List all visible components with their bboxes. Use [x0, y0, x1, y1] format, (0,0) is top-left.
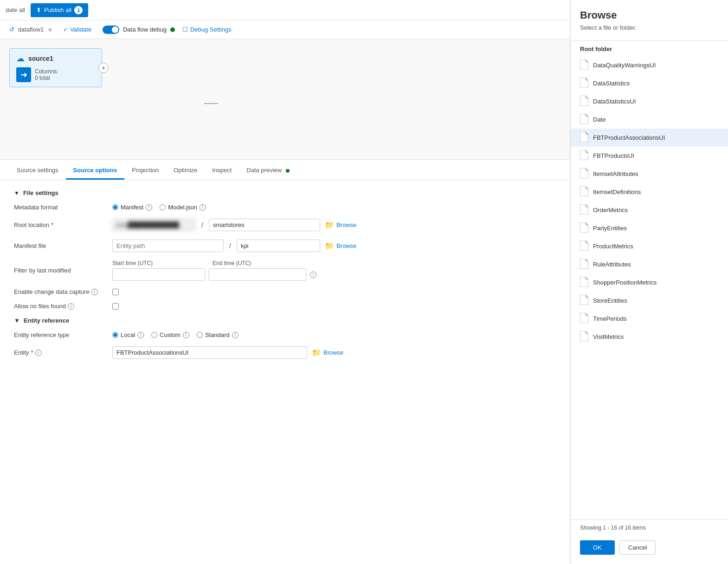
- browse-item[interactable]: TimePeriods: [571, 310, 728, 328]
- sub-toolbar: ↺ dataflow1 ✓ Validate Data flow debug ☐…: [0, 20, 570, 39]
- change-capture-info-icon[interactable]: i: [91, 289, 98, 295]
- standard-option[interactable]: Standard i: [197, 331, 238, 338]
- browse-item[interactable]: PartyEntities: [571, 219, 728, 237]
- browse-item-name: TimePeriods: [593, 315, 626, 322]
- entity-input[interactable]: [112, 346, 307, 359]
- tab-data-preview[interactable]: Data preview: [239, 162, 297, 180]
- filter-info-icon[interactable]: i: [310, 272, 316, 278]
- entity-required-indicator: *: [31, 349, 33, 356]
- browse-item[interactable]: StoreEntities: [571, 292, 728, 310]
- no-files-checkbox[interactable]: [112, 303, 119, 310]
- source-node-wrapper: ☁ source1 ➜ Columns: 0 total +: [9, 48, 102, 87]
- browse-panel-header: Browse Select a file or folder.: [571, 0, 728, 41]
- browse-folder-label: Root folder: [571, 41, 728, 56]
- change-capture-checkbox[interactable]: [112, 289, 119, 295]
- file-icon: [580, 277, 588, 288]
- browse-item[interactable]: ShopperPositionMetrics: [571, 273, 728, 292]
- local-option[interactable]: Local i: [112, 331, 144, 338]
- metadata-format-label: Metadata format: [14, 204, 107, 211]
- source-arrow-icon: ➜: [16, 67, 31, 82]
- debug-toggle[interactable]: Data flow debug: [103, 26, 175, 34]
- root-location-browse-button[interactable]: 📁 Browse: [324, 218, 357, 232]
- entity-info-icon[interactable]: i: [35, 350, 42, 356]
- entity-browse-button[interactable]: 📁 Browse: [311, 346, 344, 359]
- debug-label: Data flow debug: [123, 26, 167, 33]
- browse-item-name: FBTProductAssociationsUI: [593, 134, 665, 141]
- browse-cancel-button[interactable]: Cancel: [619, 540, 656, 555]
- browse-ok-button[interactable]: OK: [580, 540, 615, 555]
- browse-item[interactable]: RuleAttributes: [571, 255, 728, 273]
- browse-item[interactable]: VisitMetrics: [571, 328, 728, 346]
- root-location-input2[interactable]: [209, 219, 320, 231]
- browse-item-name: ItemsetAttributes: [593, 170, 638, 177]
- no-files-row: Allow no files found i: [14, 303, 556, 310]
- browse-item[interactable]: ItemsetAttributes: [571, 165, 728, 183]
- browse-item[interactable]: ProductMetrics: [571, 237, 728, 255]
- tab-source-options[interactable]: Source options: [66, 162, 125, 180]
- custom-radio[interactable]: [151, 332, 157, 338]
- entity-browse-folder-icon: 📁: [312, 348, 321, 357]
- manifest-file-controls: / 📁 Browse: [112, 239, 556, 253]
- start-time-label: Start time (UTC): [112, 260, 205, 266]
- file-settings-header: ▼ File settings: [14, 189, 556, 196]
- manifest-info-icon[interactable]: i: [146, 204, 152, 211]
- model-json-radio[interactable]: [160, 204, 166, 210]
- no-files-controls: [112, 303, 556, 310]
- publish-all-button[interactable]: ⬆ Publish all 1: [31, 3, 88, 17]
- change-capture-row: Enable change data capture i: [14, 288, 556, 295]
- publish-label: Publish all: [44, 6, 71, 13]
- root-location-input1[interactable]: [112, 219, 196, 231]
- add-node-button[interactable]: +: [98, 63, 109, 73]
- update-label: date all: [6, 6, 25, 13]
- file-icon: [580, 240, 588, 252]
- debug-toggle-switch[interactable]: [103, 26, 119, 34]
- browse-item[interactable]: OrderMetrics: [571, 201, 728, 219]
- source-body: ➜ Columns: 0 total: [16, 67, 95, 82]
- tab-optimize[interactable]: Optimize: [166, 162, 205, 180]
- entity-ref-type-label: Entity reference type: [14, 331, 107, 338]
- tab-inspect[interactable]: Inspect: [205, 162, 239, 180]
- cloud-icon: ☁: [16, 53, 25, 64]
- file-icon: [580, 59, 588, 71]
- tab-source-settings[interactable]: Source settings: [9, 162, 66, 180]
- entity-ref-type-row: Entity reference type Local i Custom i S…: [14, 331, 556, 338]
- file-icon: [580, 78, 588, 89]
- validate-button[interactable]: ✓ Validate: [59, 24, 95, 35]
- local-info-icon[interactable]: i: [137, 332, 144, 338]
- root-location-row: Root location * / 📁 Browse: [14, 218, 556, 232]
- start-time-input[interactable]: [112, 268, 205, 281]
- manifest-option[interactable]: Manifest i: [112, 204, 152, 211]
- manifest-radio[interactable]: [112, 204, 118, 210]
- browse-item[interactable]: DataStatisticsUI: [571, 92, 728, 110]
- standard-info-icon[interactable]: i: [232, 332, 238, 338]
- manifest-file-input1[interactable]: [112, 240, 224, 252]
- browse-item[interactable]: DataQualityWarningsUI: [571, 56, 728, 74]
- toolbar: date all ⬆ Publish all 1: [0, 0, 570, 20]
- browse-item[interactable]: Date: [571, 110, 728, 129]
- debug-settings-button[interactable]: ☐ Debug Settings: [182, 26, 232, 33]
- custom-info-icon[interactable]: i: [183, 332, 189, 338]
- browse-item-name: Date: [593, 116, 606, 123]
- manifest-file-input2[interactable]: [237, 240, 320, 252]
- model-json-option[interactable]: Model.json i: [160, 204, 206, 211]
- no-files-label: Allow no files found i: [14, 303, 107, 310]
- custom-option[interactable]: Custom i: [151, 331, 189, 338]
- dataflow-name: ↺ dataflow1: [9, 26, 52, 33]
- no-files-info-icon[interactable]: i: [68, 303, 74, 310]
- model-json-info-icon[interactable]: i: [200, 204, 206, 211]
- browse-item[interactable]: ItemsetDefinitions: [571, 183, 728, 201]
- standard-radio[interactable]: [197, 332, 203, 338]
- source-node[interactable]: ☁ source1 ➜ Columns: 0 total: [9, 48, 102, 87]
- browse-item[interactable]: FBTProductsUI: [571, 147, 728, 165]
- browse-item[interactable]: DataStatistics: [571, 74, 728, 92]
- local-radio[interactable]: [112, 332, 118, 338]
- end-time-input[interactable]: [209, 268, 306, 281]
- data-preview-dot: [286, 169, 290, 173]
- entity-label: Entity * i: [14, 349, 107, 356]
- manifest-browse-folder-icon: 📁: [325, 241, 334, 250]
- time-inputs: i: [112, 268, 316, 281]
- entity-chevron-icon: ▼: [14, 317, 20, 324]
- browse-item[interactable]: FBTProductAssociationsUI: [571, 129, 728, 147]
- tab-projection[interactable]: Projection: [124, 162, 166, 180]
- manifest-browse-button[interactable]: 📁 Browse: [324, 239, 357, 253]
